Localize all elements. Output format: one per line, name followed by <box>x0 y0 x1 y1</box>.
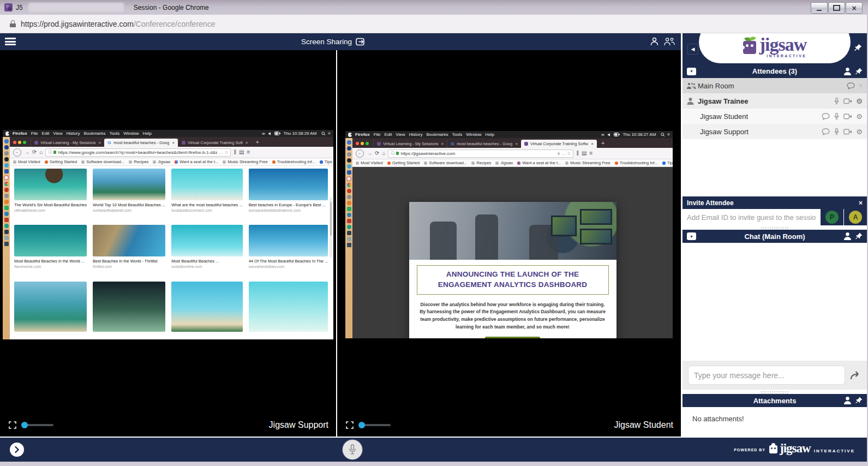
announcement-headline: ANNOUNCING THE LAUNCH OF THE ENGAGEMENT … <box>421 270 605 290</box>
collapse-sidebar-button[interactable]: ◀ <box>687 44 698 55</box>
invite-phone-cell[interactable]: P <box>820 209 843 225</box>
dock-icon <box>4 224 9 228</box>
panel-resize-handle[interactable] <box>683 225 867 230</box>
attendees-header: ▼ Attendees (3) <box>683 64 867 78</box>
mac-menu-item: Edit <box>385 132 392 137</box>
jigsaw-logo: jigsaw INTERACTIVE <box>683 37 867 58</box>
url-path: /Conference/conference <box>134 20 215 28</box>
session-header: Screen Sharing <box>0 33 681 50</box>
volume-slider[interactable] <box>359 424 391 426</box>
close-icon <box>852 3 856 13</box>
jigsaw-favicon <box>182 141 185 145</box>
bookmark-item: Software download... <box>81 159 124 164</box>
settings-gear-icon[interactable]: ⚙ <box>856 128 863 135</box>
pin-icon[interactable] <box>854 44 862 52</box>
invite-p-button[interactable]: P <box>825 211 839 224</box>
attachments-person-icon[interactable] <box>844 397 851 404</box>
screen-share-icon[interactable] <box>356 38 366 46</box>
jigsaw-footer-brand: jigsaw <box>780 442 811 455</box>
fullscreen-icon[interactable] <box>346 421 354 429</box>
remote-scrollbar <box>330 198 332 258</box>
bookmark-item: Jigsaw <box>495 160 513 165</box>
attachments-header: Attachments <box>683 394 867 407</box>
fullscreen-icon[interactable] <box>9 421 16 429</box>
panel-resize-handle[interactable] <box>683 390 867 394</box>
camera-icon[interactable] <box>843 129 852 135</box>
chat-message-list[interactable] <box>683 243 867 361</box>
volume-slider-knob[interactable] <box>21 422 28 428</box>
headline-box: ANNOUNCING THE LAUNCH OF THE ENGAGEMENT … <box>417 265 609 295</box>
attendees-group-icon[interactable] <box>663 37 675 46</box>
dock-icon <box>4 182 9 186</box>
camera-icon[interactable] <box>843 113 852 120</box>
new-tab-icon: + <box>256 139 259 145</box>
bookmark-item: Want a seat at the t... <box>175 159 218 164</box>
blurred-region <box>28 3 124 12</box>
attendee-row-support[interactable]: Jigsaw Support ⚙ <box>683 124 867 139</box>
pin-icon[interactable] <box>855 397 863 404</box>
mic-icon[interactable] <box>834 97 840 105</box>
reload-icon: ⟳ <box>375 151 379 156</box>
room-close-icon[interactable]: × <box>859 82 863 89</box>
volume-slider[interactable] <box>22 424 53 426</box>
firefox-navbar: ← → ⟳ ⌂ ⓘ https://www.google.com/search?… <box>10 147 333 158</box>
microphone-icon <box>349 444 356 455</box>
microphone-button[interactable] <box>343 440 362 459</box>
settings-gear-icon[interactable]: ⚙ <box>856 98 863 105</box>
dock-icon <box>347 243 351 247</box>
dock-icon <box>347 237 351 241</box>
chat-person-icon[interactable] <box>844 232 851 240</box>
attendee-add-icon[interactable] <box>844 68 851 75</box>
dock-icon <box>4 218 9 222</box>
chat-bubble-icon[interactable] <box>822 113 830 120</box>
mac-menu-item: View <box>396 132 405 137</box>
jigsaw-footer-puzzle-icon <box>769 445 777 453</box>
jigsaw-favicon <box>524 142 528 146</box>
close-button[interactable] <box>846 2 863 14</box>
expand-toolbar-button[interactable] <box>10 443 24 457</box>
forward-icon: → <box>24 150 29 155</box>
bookmark-item: Jigsaw <box>153 159 170 164</box>
camera-icon[interactable] <box>843 98 852 104</box>
attendee-person-icon[interactable] <box>650 37 659 46</box>
room-chat-icon[interactable] <box>847 82 855 89</box>
window-title: Session - Google Chrome <box>134 4 209 11</box>
chat-title: Chat (Main Room) <box>683 232 867 241</box>
attendee-row-student[interactable]: Jigsaw Student ⚙ <box>683 109 867 124</box>
invite-a-button[interactable]: A <box>849 211 862 224</box>
invite-close-icon[interactable]: × <box>859 199 863 207</box>
maximize-button[interactable] <box>828 2 845 14</box>
browser-url-bar[interactable]: https://prod.jigsawinteractive.com/Confe… <box>0 15 868 33</box>
invite-email-input[interactable] <box>683 209 820 225</box>
chevron-right-icon <box>14 446 20 453</box>
pin-icon[interactable] <box>855 68 863 75</box>
pin-icon[interactable] <box>855 232 863 240</box>
menu-list-icon: ≡ <box>328 131 331 136</box>
https-lock-icon <box>396 152 399 155</box>
send-message-icon[interactable] <box>849 371 861 380</box>
minimize-button[interactable] <box>811 2 828 14</box>
library-icon: ⫼ <box>234 150 236 155</box>
firefox-tabbar: Virtual Learning - My Sessions Gmost bea… <box>352 138 673 148</box>
menu-hamburger-icon[interactable] <box>5 38 16 45</box>
bookmark-item: Software download... <box>424 160 467 165</box>
url-host: https://prod.jigsawinteractive.com <box>21 20 134 28</box>
main-room-row[interactable]: Main Room × <box>683 78 867 93</box>
bookmark-item: Troubleshooting Inf... <box>272 159 315 164</box>
attendees-collapse-icon[interactable]: ▼ <box>687 68 696 75</box>
mic-icon[interactable] <box>834 112 840 120</box>
chat-bubble-icon[interactable] <box>822 128 830 135</box>
powered-by-jigsaw: POWERED BY jigsaw INTERACTIVE <box>734 442 855 455</box>
library-icon: ⫼ <box>576 151 579 156</box>
settings-gear-icon[interactable]: ⚙ <box>856 113 863 120</box>
powered-by-label: POWERED BY <box>734 448 765 452</box>
invite-audio-cell[interactable]: A <box>843 209 867 225</box>
image-result: The World's Six Most Beautiful Beachesul… <box>14 169 87 220</box>
jigsaw-site-page: × ANNOUNCING THE LAUNCH OF THE ENGAGEMEN… <box>352 167 673 338</box>
google-image-results: The World's Six Most Beautiful Beachesul… <box>10 166 333 339</box>
mic-icon[interactable] <box>834 128 840 135</box>
chat-collapse-icon[interactable]: ▼ <box>687 232 696 240</box>
volume-slider-knob[interactable] <box>358 422 365 428</box>
chat-message-input[interactable] <box>688 366 845 385</box>
attendee-row-trainee[interactable]: Jigsaw Trainee ⚙ <box>683 93 867 109</box>
